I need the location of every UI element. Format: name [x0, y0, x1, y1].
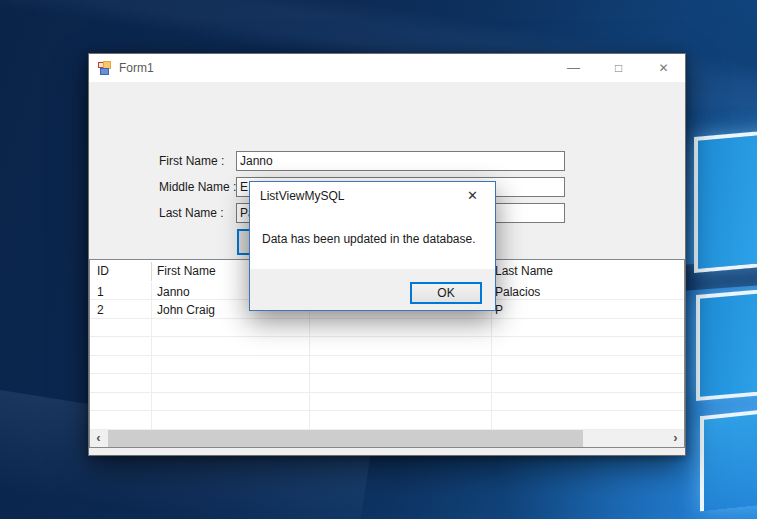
- first-name-label: First Name :: [159, 154, 224, 168]
- header-separator[interactable]: [151, 262, 152, 281]
- maximize-icon: □: [615, 61, 622, 75]
- scroll-left-icon: ‹: [96, 430, 100, 445]
- close-button[interactable]: ✕: [641, 54, 686, 82]
- scroll-left-button[interactable]: ‹: [90, 430, 107, 447]
- cell-first-name: John Craig: [157, 303, 215, 317]
- dialog-title: ListViewMySQL: [260, 189, 344, 203]
- scroll-right-button[interactable]: ›: [667, 430, 684, 447]
- horizontal-scrollbar[interactable]: ‹ ›: [90, 430, 684, 447]
- column-header-first-name[interactable]: First Name: [157, 264, 216, 278]
- last-name-label: Last Name :: [159, 206, 224, 220]
- window-title: Form1: [119, 61, 154, 75]
- scrollbar-thumb[interactable]: [108, 430, 583, 447]
- dialog-titlebar[interactable]: ListViewMySQL ✕: [250, 182, 495, 210]
- ok-button[interactable]: OK: [410, 282, 482, 304]
- column-header-id[interactable]: ID: [97, 264, 109, 278]
- cell-first-name: Janno: [157, 285, 190, 299]
- message-box: ListViewMySQL ✕ Data has been updated in…: [249, 181, 496, 311]
- cell-last-name: Palacios: [495, 285, 540, 299]
- dialog-close-button[interactable]: ✕: [450, 182, 495, 210]
- windows-logo-pane-top: [694, 125, 757, 273]
- app-icon: [97, 60, 113, 76]
- scroll-right-icon: ›: [673, 430, 677, 445]
- dialog-close-icon: ✕: [467, 188, 478, 203]
- windows-logo-pane-bottom: [700, 402, 757, 512]
- first-name-input[interactable]: [236, 151, 565, 171]
- minimize-icon: —: [567, 60, 580, 75]
- windows-logo-pane-middle: [696, 283, 757, 401]
- column-header-last-name[interactable]: Last Name: [495, 264, 553, 278]
- dialog-message: Data has been updated in the database.: [262, 232, 476, 246]
- dialog-footer: OK: [250, 269, 495, 310]
- cell-last-name: P: [495, 303, 503, 317]
- cell-id: 1: [97, 285, 104, 299]
- minimize-button[interactable]: —: [551, 54, 596, 82]
- titlebar[interactable]: Form1 — □ ✕: [89, 54, 685, 82]
- desktop: Form1 — □ ✕ First Name : Middle Name : L…: [0, 0, 757, 519]
- cell-id: 2: [97, 303, 104, 317]
- close-icon: ✕: [658, 61, 668, 75]
- maximize-button[interactable]: □: [596, 54, 641, 82]
- middle-name-label: Middle Name :: [159, 180, 236, 194]
